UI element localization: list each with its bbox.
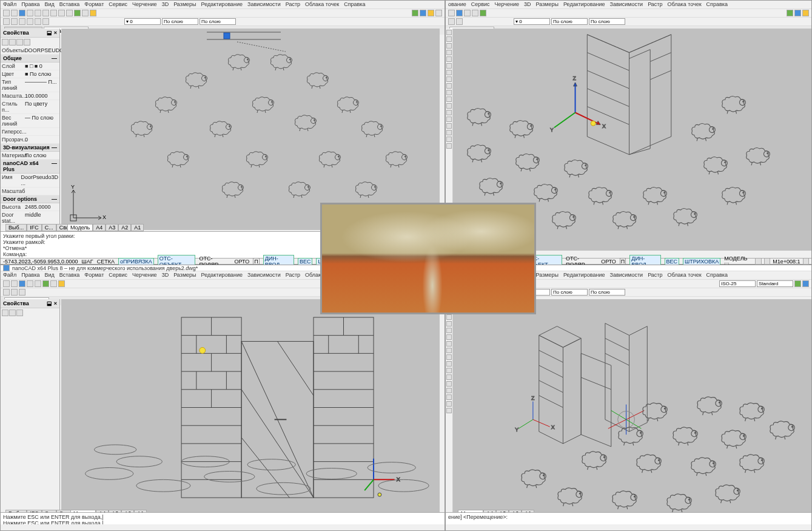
ltool-8[interactable] (446, 348, 452, 353)
k2[interactable] (11, 280, 18, 287)
sheep-block[interactable] (639, 401, 670, 422)
ltool-1[interactable] (446, 36, 452, 42)
menu-Зависимости[interactable]: Зависимости (610, 272, 643, 279)
text-style[interactable]: Standard (757, 280, 793, 287)
menu-Зависимости[interactable]: Зависимости (610, 1, 643, 8)
cut-icon[interactable] (35, 10, 41, 16)
menu-3D[interactable]: 3D (162, 1, 169, 8)
prop-row[interactable]: Тип линий———— П... (1, 78, 59, 92)
mtab-А2[interactable]: А2 (118, 224, 131, 231)
sheep-block[interactable] (506, 119, 535, 139)
prop-row[interactable]: МатериалПо слою (1, 152, 59, 160)
ltool-12[interactable] (446, 110, 452, 115)
prop-row[interactable]: Высота2485.0000 (1, 203, 59, 211)
menu-Растр[interactable]: Растр (648, 1, 662, 8)
sheep-block[interactable] (609, 210, 639, 230)
i1[interactable] (448, 10, 455, 16)
sheep-block[interactable] (694, 395, 725, 416)
open-icon[interactable] (11, 10, 18, 16)
k1[interactable] (3, 280, 10, 287)
sheep-block[interactable] (718, 428, 749, 450)
k5[interactable] (35, 280, 41, 287)
print-icon[interactable] (27, 10, 33, 16)
sheep-block[interactable] (615, 425, 646, 447)
ltool-3[interactable] (446, 50, 452, 55)
menu-Размеры[interactable]: Размеры (173, 272, 196, 279)
ltool-11[interactable] (446, 103, 452, 109)
ltool-17[interactable] (446, 143, 452, 149)
sheep-block[interactable] (585, 186, 614, 206)
menu-Правка[interactable]: Правка (21, 272, 39, 279)
prop-row[interactable]: Гиперсс... (1, 128, 59, 136)
sheep-block[interactable] (334, 95, 361, 113)
sheep-block[interactable] (640, 186, 669, 206)
menu-Черчение[interactable]: Черчение (132, 1, 157, 8)
sheep-block[interactable] (164, 150, 191, 168)
sheep-block[interactable] (719, 95, 748, 115)
ltool-16[interactable] (446, 401, 452, 407)
ltool-13[interactable] (446, 381, 452, 387)
menu-Формат[interactable]: Формат (84, 1, 104, 8)
ltool-4[interactable] (446, 321, 452, 326)
mtab-А3[interactable]: А3 (106, 224, 118, 231)
prop-row[interactable]: Вес линий— По слою (1, 114, 59, 128)
menu-Файл[interactable]: Файл (3, 272, 16, 279)
st-оПРИВЯЗКА[interactable]: оПРИВЯЗКА (118, 258, 154, 265)
sheep-block[interactable] (286, 180, 312, 198)
menu-Облака точек[interactable]: Облака точек (305, 1, 339, 8)
canvas-q4[interactable]: ZXY (453, 299, 811, 516)
prop-row[interactable]: Масшта...100.0000 (1, 92, 59, 100)
redo-icon[interactable] (66, 10, 73, 16)
menu-Файл[interactable]: Файл (3, 1, 16, 8)
k6[interactable] (42, 280, 49, 287)
ltool-13[interactable] (446, 117, 452, 122)
sheep-block[interactable] (609, 489, 640, 510)
ltool-4[interactable] (446, 56, 452, 62)
pin-icon[interactable]: ⬓ × (47, 300, 57, 306)
ltool-8[interactable] (446, 83, 452, 89)
p-ic2[interactable] (9, 39, 16, 46)
pin-icon[interactable]: ⬓ × (47, 30, 57, 36)
grp-nano[interactable]: nanoCAD x64 Plus (3, 160, 52, 172)
prop-row[interactable]: Door stat...middle (1, 211, 59, 225)
p1[interactable] (2, 309, 8, 316)
prop-row[interactable]: Цвет■ По слою (1, 70, 59, 78)
ltool-14[interactable] (446, 388, 452, 393)
st-СЕТКА[interactable]: СЕТКА (97, 259, 115, 265)
sheep-block[interactable] (663, 492, 694, 513)
menu-Сервис[interactable]: Сервис (471, 1, 490, 8)
sheep-block[interactable] (249, 95, 276, 113)
menu-Растр[interactable]: Растр (286, 1, 300, 8)
sheep-block[interactable] (243, 150, 270, 168)
sheep-block[interactable] (267, 53, 294, 71)
menu-Справка[interactable]: Справка (706, 272, 728, 279)
i2[interactable] (456, 10, 463, 16)
sheep-block[interactable] (292, 113, 318, 132)
sheep-block[interactable] (670, 207, 699, 227)
st-ОРТО[interactable]: ОРТО (235, 259, 250, 265)
sheep-block[interactable] (358, 120, 385, 138)
menu-Редактирование[interactable]: Редактирование (563, 272, 605, 279)
sheep-block[interactable] (712, 483, 743, 504)
i7[interactable] (794, 10, 801, 16)
i8[interactable] (802, 10, 809, 16)
sheep-block[interactable] (464, 107, 493, 127)
menu-Правка[interactable]: Правка (21, 1, 39, 8)
ltool-5[interactable] (446, 63, 452, 69)
command-line[interactable]: Нажмите ESC или ENTER для выхода,|Нажмит… (1, 512, 445, 524)
new-icon[interactable] (3, 10, 10, 16)
ltool-16[interactable] (446, 137, 452, 142)
t1-icon[interactable] (412, 10, 418, 16)
ltool-6[interactable] (446, 334, 452, 340)
sheep-block[interactable] (736, 453, 767, 474)
canvas-q1[interactable]: XY (61, 29, 440, 230)
t4-icon[interactable] (435, 10, 442, 16)
grp-general[interactable]: Общие (3, 55, 22, 61)
sheep-block[interactable] (128, 120, 155, 138)
m5[interactable] (794, 280, 801, 287)
l1[interactable] (3, 289, 10, 296)
menu-Зависимости[interactable]: Зависимости (247, 272, 281, 279)
prop-row[interactable]: Слой■ □ ■ 0 (1, 63, 59, 70)
i5[interactable] (480, 10, 486, 16)
sheep-block[interactable] (152, 95, 179, 113)
